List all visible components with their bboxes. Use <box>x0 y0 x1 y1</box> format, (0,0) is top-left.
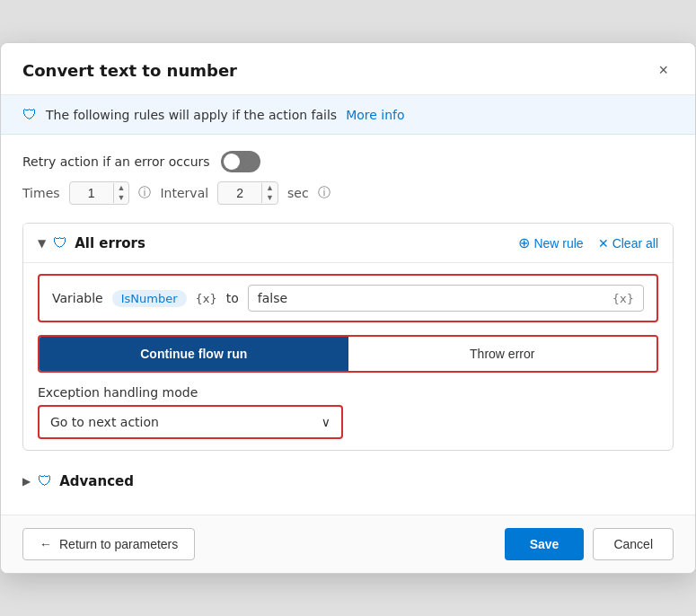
info-banner-text: The following rules will apply if the ac… <box>46 108 337 122</box>
advanced-label: Advanced <box>59 473 134 489</box>
retry-toggle[interactable] <box>221 151 260 172</box>
footer-right: Save Cancel <box>505 528 674 560</box>
all-errors-chevron-icon[interactable]: ▼ <box>38 237 46 250</box>
times-spin-down[interactable]: ▼ <box>114 193 129 203</box>
clear-all-button[interactable]: ✕ Clear all <box>598 236 658 251</box>
return-to-parameters-button[interactable]: ← Return to parameters <box>22 528 195 560</box>
new-rule-label: New rule <box>533 236 583 251</box>
save-button[interactable]: Save <box>505 528 585 560</box>
interval-label: Interval <box>160 186 208 200</box>
exception-value: Go to next action <box>50 415 159 429</box>
interval-input-group: ▲ ▼ <box>217 181 278 205</box>
times-input[interactable] <box>70 182 113 204</box>
interval-spin-down[interactable]: ▼ <box>262 193 278 203</box>
more-info-link[interactable]: More info <box>346 108 404 122</box>
dialog-footer: ← Return to parameters Save Cancel <box>1 515 695 573</box>
close-button[interactable]: × <box>653 59 674 82</box>
toggle-slider <box>221 151 260 172</box>
dialog-header: Convert text to number × <box>1 43 695 95</box>
advanced-section: ▶ 🛡 Advanced <box>22 469 674 498</box>
return-arrow-icon: ← <box>40 537 52 551</box>
times-interval-row: Times ▲ ▼ ⓘ Interval ▲ ▼ sec ⓘ <box>22 181 674 205</box>
all-errors-section: ▼ 🛡 All errors ⊕ New rule ✕ Clear all <box>22 223 674 451</box>
all-errors-label: All errors <box>75 235 145 251</box>
exception-label: Exception handling mode <box>38 385 658 400</box>
advanced-header[interactable]: ▶ 🛡 Advanced <box>22 472 674 489</box>
interval-spinners: ▲ ▼ <box>261 183 278 203</box>
times-spinners: ▲ ▼ <box>113 183 129 203</box>
dialog-title: Convert text to number <box>22 61 237 80</box>
value-brace: {x} <box>612 292 634 305</box>
advanced-chevron-icon: ▶ <box>22 475 31 488</box>
flow-tabs: Continue flow run Throw error <box>38 335 658 373</box>
interval-info-icon[interactable]: ⓘ <box>318 185 330 201</box>
shield-icon: 🛡 <box>22 106 37 123</box>
return-label: Return to parameters <box>59 537 178 551</box>
all-errors-left: ▼ 🛡 All errors <box>38 234 145 251</box>
interval-input[interactable] <box>218 182 261 204</box>
retry-label: Retry action if an error occurs <box>22 154 210 169</box>
plus-icon: ⊕ <box>518 234 530 251</box>
throw-error-tab[interactable]: Throw error <box>348 337 657 371</box>
info-banner: 🛡 The following rules will apply if the … <box>1 95 695 135</box>
value-text: false <box>258 291 287 305</box>
variable-rule-box: Variable IsNumber {x} to false {x} <box>38 274 658 322</box>
value-input[interactable]: false {x} <box>248 285 644 312</box>
dialog: Convert text to number × 🛡 The following… <box>0 42 696 574</box>
variable-tag[interactable]: IsNumber <box>112 290 187 307</box>
all-errors-header: ▼ 🛡 All errors ⊕ New rule ✕ Clear all <box>23 224 673 262</box>
times-input-group: ▲ ▼ <box>69 181 130 205</box>
dialog-body: Retry action if an error occurs Times ▲ … <box>1 135 695 515</box>
exception-select[interactable]: Go to next action ∨ <box>38 405 343 439</box>
times-info-icon[interactable]: ⓘ <box>138 185 151 201</box>
advanced-shield-icon: 🛡 <box>38 472 52 489</box>
exception-chevron-icon: ∨ <box>322 415 330 429</box>
all-errors-actions: ⊕ New rule ✕ Clear all <box>518 234 658 251</box>
clear-all-label: Clear all <box>612 236 658 251</box>
times-spin-up[interactable]: ▲ <box>114 183 129 193</box>
x-icon: ✕ <box>598 236 609 251</box>
retry-row: Retry action if an error occurs <box>22 151 674 172</box>
variable-prefix: Variable <box>52 291 103 305</box>
errors-shield-icon: 🛡 <box>53 234 67 251</box>
new-rule-button[interactable]: ⊕ New rule <box>518 234 583 251</box>
interval-unit: sec <box>287 186 309 200</box>
all-errors-body: Variable IsNumber {x} to false {x} Conti… <box>23 262 673 450</box>
to-label: to <box>226 291 239 305</box>
variable-brace: {x} <box>196 292 217 305</box>
continue-flow-tab[interactable]: Continue flow run <box>40 337 348 371</box>
cancel-button[interactable]: Cancel <box>593 528 674 560</box>
interval-spin-up[interactable]: ▲ <box>262 183 278 193</box>
times-label: Times <box>22 186 60 200</box>
